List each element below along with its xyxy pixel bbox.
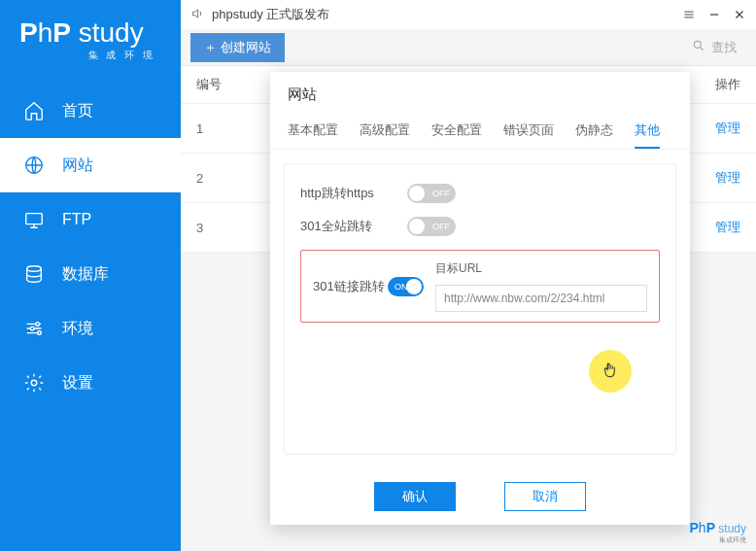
full-301-label: 301全站跳转 (300, 218, 407, 235)
target-url-group: 目标URL (435, 260, 647, 312)
menu-icon[interactable] (682, 8, 696, 21)
toolbar: ＋ 创建网站 查找 (181, 29, 756, 66)
full-301-toggle[interactable]: OFF (407, 217, 456, 236)
svg-point-5 (38, 331, 42, 335)
manage-link[interactable]: 管理 (715, 169, 740, 187)
col-number-header: 编号 (196, 76, 245, 93)
minimize-button[interactable] (707, 8, 721, 21)
tab-security[interactable]: 安全配置 (431, 121, 482, 149)
globe-icon (23, 155, 45, 176)
modal-title: 网站 (270, 72, 690, 114)
speaker-icon (190, 7, 204, 23)
svg-point-2 (27, 266, 42, 272)
toggle-off-text: OFF (432, 189, 450, 198)
cancel-button[interactable]: 取消 (504, 482, 586, 511)
confirm-button[interactable]: 确认 (374, 482, 456, 511)
nav-settings[interactable]: 设置 (0, 356, 181, 410)
target-url-label: 目标URL (435, 260, 647, 277)
svg-point-4 (30, 327, 34, 330)
nav-home[interactable]: 首页 (0, 84, 181, 138)
toggle-off-text: OFF (432, 222, 450, 231)
plus-icon: ＋ (204, 39, 217, 56)
http-redirect-row: http跳转https OFF (300, 184, 660, 203)
link-301-toggle[interactable]: ON (388, 277, 424, 296)
nav-ftp[interactable]: FTP (0, 192, 181, 247)
close-button[interactable] (733, 8, 746, 21)
logo-p1: P (19, 17, 38, 48)
svg-point-6 (31, 380, 37, 386)
nav-env[interactable]: 环境 (0, 301, 181, 356)
modal-tabs: 基本配置 高级配置 安全配置 错误页面 伪静态 其他 (270, 114, 690, 150)
create-site-label: 创建网站 (221, 39, 271, 56)
col-operation-header: 操作 (715, 76, 740, 93)
nav-ftp-label: FTP (62, 211, 91, 228)
toggle-on-text: ON (395, 282, 408, 292)
database-icon (23, 263, 45, 285)
create-site-button[interactable]: ＋ 创建网站 (190, 33, 285, 62)
link-301-row: 301链接跳转 ON 目标URL (300, 250, 660, 323)
gear-icon (23, 372, 45, 394)
logo-study: study (71, 17, 144, 48)
logo-p2: h (38, 17, 53, 48)
row-number: 3 (196, 221, 245, 235)
search-icon (692, 39, 705, 55)
nav: 首页 网站 FTP 数据库 环境 设置 (0, 84, 181, 410)
footer-logo: PhP study 集成环境 (690, 520, 747, 545)
tab-other[interactable]: 其他 (635, 121, 660, 149)
full-301-row: 301全站跳转 OFF (300, 217, 660, 236)
home-icon (23, 100, 45, 121)
titlebar: phpstudy 正式版发布 (181, 0, 756, 29)
tab-advanced[interactable]: 高级配置 (360, 121, 410, 149)
nav-site-label: 网站 (62, 155, 93, 176)
svg-rect-1 (26, 214, 43, 224)
row-number: 1 (196, 121, 245, 136)
sliders-icon (23, 318, 45, 339)
nav-site[interactable]: 网站 (0, 138, 181, 192)
link-301-label: 301链接跳转 (313, 278, 388, 295)
tab-basic[interactable]: 基本配置 (288, 121, 338, 149)
tab-error[interactable]: 错误页面 (503, 121, 554, 149)
manage-link[interactable]: 管理 (715, 219, 740, 236)
app-logo: PhP study 集 成 环 境 (0, 0, 181, 72)
tab-pseudo[interactable]: 伪静态 (575, 121, 613, 149)
logo-p3: P (52, 17, 71, 48)
site-config-modal: 网站 基本配置 高级配置 安全配置 错误页面 伪静态 其他 http跳转http… (270, 72, 690, 525)
monitor-icon (23, 209, 45, 230)
titlebar-title: phpstudy 正式版发布 (212, 6, 329, 23)
svg-point-3 (36, 323, 40, 327)
nav-env-label: 环境 (62, 319, 93, 339)
nav-db[interactable]: 数据库 (0, 247, 181, 301)
svg-point-7 (694, 41, 701, 48)
modal-body: http跳转https OFF 301全站跳转 OFF 301链接跳转 ON 目… (270, 150, 690, 468)
http-redirect-label: http跳转https (300, 185, 407, 202)
search-placeholder: 查找 (711, 39, 737, 56)
logo-subtitle: 集 成 环 境 (19, 49, 155, 62)
manage-link[interactable]: 管理 (715, 120, 740, 137)
settings-panel: http跳转https OFF 301全站跳转 OFF 301链接跳转 ON 目… (284, 163, 676, 455)
nav-home-label: 首页 (62, 101, 93, 121)
nav-settings-label: 设置 (62, 373, 93, 394)
target-url-input[interactable] (435, 285, 647, 312)
row-number: 2 (196, 171, 245, 186)
sidebar: PhP study 集 成 环 境 首页 网站 FTP 数据库 环境 设置 (0, 0, 181, 551)
nav-db-label: 数据库 (62, 264, 109, 285)
search-box[interactable]: 查找 (692, 39, 746, 56)
modal-footer: 确认 取消 (270, 468, 690, 529)
http-redirect-toggle[interactable]: OFF (407, 184, 456, 203)
